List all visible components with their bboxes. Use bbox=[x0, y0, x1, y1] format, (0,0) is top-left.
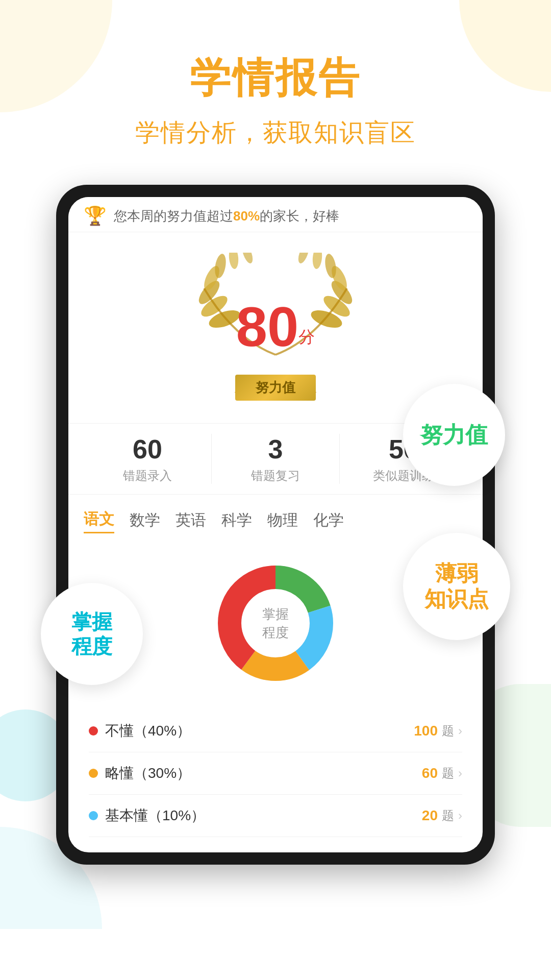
legend-left-basic-know: 基本懂（10%） bbox=[89, 806, 205, 825]
page-container: 学情报告 学情分析，获取知识盲区 努力值 掌握程度 薄弱知识点 🏆 您本周的努力… bbox=[0, 0, 551, 980]
legend-item-basic-know[interactable]: 基本懂（10%） 20 题 › bbox=[89, 795, 462, 837]
laurel-container: 80分 努力值 bbox=[189, 253, 362, 406]
badge-weak-points-text: 薄弱知识点 bbox=[424, 561, 489, 612]
legend-dot-basic-know bbox=[89, 811, 98, 820]
badge-effort: 努力值 bbox=[403, 384, 505, 486]
stat-item-wrong-entry: 60 错题录入 bbox=[84, 434, 211, 484]
legend-left-dont-know: 不懂（40%） bbox=[89, 721, 191, 741]
tab-chinese[interactable]: 语文 bbox=[84, 509, 114, 533]
stat-item-wrong-review: 3 错题复习 bbox=[211, 434, 339, 484]
donut-center-label: 掌握程度 bbox=[262, 605, 289, 642]
svg-point-6 bbox=[240, 253, 255, 265]
stat-label-wrong-entry: 错题录入 bbox=[84, 468, 211, 484]
donut-container: 掌握程度 bbox=[204, 552, 347, 695]
legend-count-dont-know: 100 bbox=[414, 723, 438, 739]
legend-text-slight-know: 略懂（30%） bbox=[105, 764, 191, 783]
legend-text-basic-know: 基本懂（10%） bbox=[105, 806, 205, 825]
tab-science[interactable]: 科学 bbox=[221, 510, 252, 533]
tab-chemistry[interactable]: 化学 bbox=[313, 510, 344, 533]
legend-unit-basic-know: 题 bbox=[442, 807, 454, 824]
stat-number-wrong-review: 3 bbox=[212, 434, 339, 464]
legend-unit-dont-know: 题 bbox=[442, 723, 454, 739]
legend-count-slight-know: 60 bbox=[422, 765, 438, 781]
phone-frame: 🏆 您本周的努力值超过80%的家长，好棒 bbox=[56, 185, 495, 865]
legend-right-slight-know: 60 题 › bbox=[422, 765, 462, 781]
badge-weak-points: 薄弱知识点 bbox=[403, 533, 510, 640]
legend-text-dont-know: 不懂（40%） bbox=[105, 721, 191, 741]
phone-wrapper: 努力值 掌握程度 薄弱知识点 🏆 您本周的努力值超过80%的家长，好棒 bbox=[56, 185, 495, 865]
notification-suffix: 的家长，好棒 bbox=[260, 208, 339, 224]
legend-dot-dont-know bbox=[89, 726, 98, 736]
main-title: 学情报告 bbox=[0, 51, 551, 106]
legend-dot-slight-know bbox=[89, 769, 98, 778]
sub-title: 学情分析，获取知识盲区 bbox=[0, 116, 551, 149]
legend-item-dont-know[interactable]: 不懂（40%） 100 题 › bbox=[89, 710, 462, 752]
tab-physics[interactable]: 物理 bbox=[267, 510, 298, 533]
stat-label-wrong-review: 错题复习 bbox=[212, 468, 339, 484]
notification-text: 您本周的努力值超过80%的家长，好棒 bbox=[114, 207, 339, 225]
notification-prefix: 您本周的努力值超过 bbox=[114, 208, 233, 224]
legend-arrow-dont-know: › bbox=[458, 724, 462, 738]
notification-highlight: 80% bbox=[233, 208, 260, 224]
phone-screen: 🏆 您本周的努力值超过80%的家长，好棒 bbox=[68, 197, 483, 852]
score-unit: 分 bbox=[298, 328, 315, 346]
score-number: 80 bbox=[236, 295, 298, 358]
legend-left-slight-know: 略懂（30%） bbox=[89, 764, 191, 783]
legend-arrow-basic-know: › bbox=[458, 808, 462, 823]
score-label-ribbon: 努力值 bbox=[235, 375, 316, 401]
trophy-icon: 🏆 bbox=[84, 205, 107, 227]
legend-count-basic-know: 20 bbox=[422, 807, 438, 824]
stat-number-wrong-entry: 60 bbox=[84, 434, 211, 464]
legend-unit-slight-know: 题 bbox=[442, 765, 454, 781]
header-section: 学情报告 学情分析，获取知识盲区 bbox=[0, 0, 551, 164]
svg-point-5 bbox=[228, 253, 239, 270]
legend-right-dont-know: 100 题 › bbox=[414, 723, 462, 739]
tab-english[interactable]: 英语 bbox=[176, 510, 206, 533]
score-inner: 80分 bbox=[236, 299, 315, 355]
notification-bar: 🏆 您本周的努力值超过80%的家长，好棒 bbox=[68, 197, 483, 232]
score-section: 80分 努力值 bbox=[68, 232, 483, 423]
badge-mastery: 掌握程度 bbox=[41, 583, 143, 685]
tab-math[interactable]: 数学 bbox=[130, 510, 160, 533]
legend-arrow-slight-know: › bbox=[458, 766, 462, 780]
badge-mastery-text: 掌握程度 bbox=[71, 609, 112, 658]
badge-effort-text: 努力值 bbox=[420, 423, 488, 447]
svg-point-13 bbox=[296, 253, 311, 265]
subject-tabs: 语文 数学 英语 科学 物理 化学 bbox=[68, 495, 483, 542]
legend-list: 不懂（40%） 100 题 › 略懂（30%） bbox=[84, 710, 467, 837]
svg-point-12 bbox=[312, 253, 323, 270]
legend-right-basic-know: 20 题 › bbox=[422, 807, 462, 824]
legend-item-slight-know[interactable]: 略懂（30%） 60 题 › bbox=[89, 752, 462, 795]
